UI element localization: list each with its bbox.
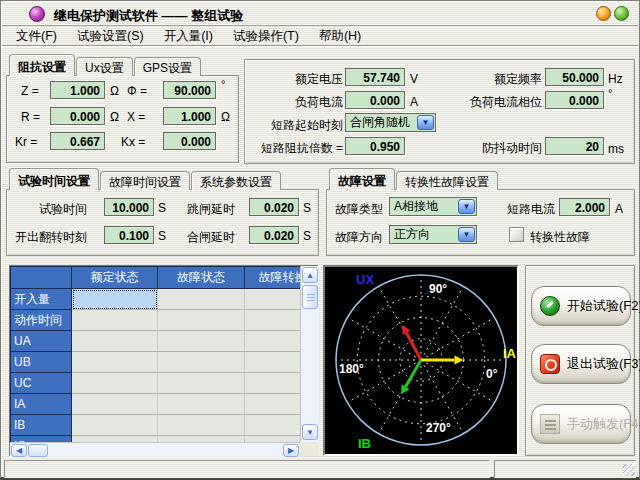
row-header: UB — [11, 352, 72, 373]
sc-current-unit: A — [615, 202, 623, 216]
menu-test-operation[interactable]: 试验操作(T) — [223, 26, 309, 47]
flip-time-label: 开出翻转时刻 — [9, 229, 87, 246]
time-settings-panel: 试验时间 10.000 S 跳闸延时 0.020 S 开出翻转时刻 0.100 … — [6, 189, 319, 256]
tab-system-params[interactable]: 系统参数设置 — [191, 171, 281, 190]
menu-help[interactable]: 帮助(H) — [309, 26, 371, 47]
start-icon — [540, 296, 560, 316]
table-cell[interactable] — [72, 310, 158, 331]
exit-test-label: 退出试验(F3) — [567, 355, 640, 373]
menu-test-settings[interactable]: 试验设置(S) — [67, 26, 154, 47]
z-field[interactable]: 1.000 — [50, 81, 105, 99]
load-phase-field[interactable]: 0.000 — [545, 91, 604, 109]
scroll-down-icon[interactable]: ▼ — [302, 424, 318, 440]
table-cell-selected[interactable] — [72, 289, 158, 310]
exit-test-button[interactable]: 退出试验(F3) — [531, 344, 631, 384]
vertical-scrollbar[interactable]: ▲ ▼ — [300, 266, 319, 442]
tab-convert-fault-settings[interactable]: 转换性故障设置 — [396, 171, 498, 190]
chevron-down-icon[interactable]: ▼ — [458, 227, 475, 242]
table-cell[interactable] — [245, 310, 301, 331]
menu-binary-input[interactable]: 开入量(I) — [154, 26, 223, 47]
menu-file[interactable]: 文件(F) — [6, 26, 67, 47]
trip-delay-label: 跳闸延时 — [155, 201, 235, 218]
x-field[interactable]: 1.000 — [163, 107, 216, 125]
table-cell[interactable] — [158, 415, 245, 436]
table-cell[interactable] — [158, 310, 245, 331]
table-cell[interactable] — [245, 289, 301, 310]
table-cell[interactable] — [245, 352, 301, 373]
close-delay-field[interactable]: 0.020 — [249, 226, 299, 244]
start-test-button[interactable]: 开始试验(F2) — [531, 286, 631, 326]
scroll-right-icon[interactable]: ▶ — [283, 444, 299, 457]
table-cell[interactable] — [245, 394, 301, 415]
scroll-up-icon[interactable]: ▲ — [302, 267, 318, 283]
resize-grip[interactable] — [623, 464, 635, 476]
vertical-scroll-thumb[interactable] — [302, 285, 318, 309]
convert-fault-checkbox[interactable] — [509, 227, 524, 242]
col-rated-state[interactable]: 额定状态 — [72, 267, 158, 289]
sc-multiple-label: 短路阻抗倍数 = — [247, 140, 343, 157]
scroll-left-icon[interactable]: ◀ — [11, 444, 27, 457]
debounce-field[interactable]: 20 — [545, 137, 604, 155]
col-fault-convert[interactable]: 故障转换 — [245, 267, 301, 289]
row-header: UA — [11, 331, 72, 352]
table-cell[interactable] — [245, 415, 301, 436]
horizontal-scrollbar[interactable]: ◀ ▶ — [10, 442, 300, 457]
tab-fault-time[interactable]: 故障时间设置 — [100, 171, 190, 190]
test-time-field[interactable]: 10.000 — [104, 198, 154, 216]
tab-ux-settings[interactable]: Ux设置 — [76, 57, 133, 76]
sc-current-field[interactable]: 2.000 — [559, 198, 610, 216]
table-cell[interactable] — [245, 331, 301, 352]
phasor-panel: 90° 0° 180° 270° UX IA IB — [323, 265, 519, 456]
kr-field[interactable]: 0.667 — [50, 132, 105, 150]
manual-trigger-button[interactable]: 手动触发(F4) — [531, 404, 631, 444]
table-cell[interactable] — [158, 289, 245, 310]
row-header: IA — [11, 394, 72, 415]
table-cell[interactable] — [158, 331, 245, 352]
scrollbar-corner — [300, 442, 319, 456]
table-cell[interactable] — [72, 331, 158, 352]
minimize-button[interactable] — [596, 6, 611, 21]
chevron-down-icon[interactable]: ▼ — [458, 199, 475, 214]
phi-field[interactable]: 90.000 — [163, 81, 216, 99]
table-cell[interactable] — [158, 394, 245, 415]
convert-fault-label: 转换性故障 — [530, 229, 590, 246]
table-cell[interactable] — [245, 373, 301, 394]
tab-fault-settings[interactable]: 故障设置 — [329, 168, 395, 190]
debounce-label: 防抖动时间 — [450, 140, 542, 157]
close-delay-unit: S — [303, 229, 311, 243]
z-label: Z = — [21, 84, 39, 98]
sc-multiple-field[interactable]: 0.950 — [345, 137, 405, 155]
tab-impedance-settings[interactable]: 阻抗设置 — [9, 54, 75, 76]
kx-label: Kx = — [121, 135, 145, 149]
close-button[interactable] — [614, 6, 629, 21]
load-current-field[interactable]: 0.000 — [345, 91, 405, 109]
horizontal-scroll-thumb[interactable] — [28, 444, 48, 457]
table-cell[interactable] — [72, 415, 158, 436]
table-cell[interactable] — [72, 373, 158, 394]
result-table: 额定状态 故障状态 故障转换 开入量 动作时间 UA UB UC IA IB I… — [9, 265, 318, 456]
axis-label-270: 270° — [426, 421, 451, 435]
flip-time-field[interactable]: 0.100 — [104, 226, 154, 244]
table-header-row: 额定状态 故障状态 故障转换 — [11, 267, 301, 289]
r-field[interactable]: 0.000 — [50, 107, 105, 125]
fault-type-dropdown[interactable]: A相接地 ▼ — [389, 197, 477, 216]
tab-test-time[interactable]: 试验时间设置 — [9, 168, 99, 190]
result-grid: 额定状态 故障状态 故障转换 开入量 动作时间 UA UB UC IA IB I… — [10, 266, 300, 442]
table-cell[interactable] — [72, 352, 158, 373]
rated-voltage-field[interactable]: 57.740 — [345, 68, 405, 86]
sc-start-dropdown[interactable]: 合闸角随机 ▼ — [345, 113, 436, 132]
col-fault-state[interactable]: 故障状态 — [158, 267, 245, 289]
table-row: UC — [11, 373, 301, 394]
table-cell[interactable] — [158, 352, 245, 373]
fault-tabstrip: 故障设置 转换性故障设置 — [329, 168, 499, 190]
fault-type-value: A相接地 — [390, 198, 457, 215]
fault-dir-dropdown[interactable]: 正方向 ▼ — [389, 225, 477, 244]
table-cell[interactable] — [158, 373, 245, 394]
trip-delay-field[interactable]: 0.020 — [249, 198, 299, 216]
kx-field[interactable]: 0.000 — [163, 132, 216, 150]
tab-gps-settings[interactable]: GPS设置 — [134, 57, 201, 76]
row-header: 开入量 — [11, 289, 72, 310]
rated-freq-field[interactable]: 50.000 — [545, 68, 604, 86]
table-cell[interactable] — [72, 394, 158, 415]
chevron-down-icon[interactable]: ▼ — [417, 115, 434, 130]
